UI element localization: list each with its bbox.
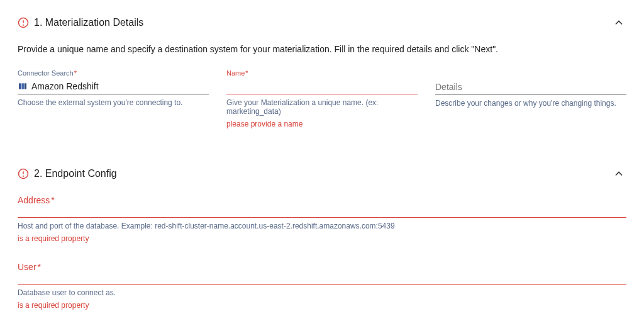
details-field: Describe your changes or why you're chan… [435,69,626,128]
name-input[interactable] [226,81,418,91]
required-asterisk: * [38,262,41,272]
svg-rect-5 [25,83,26,89]
section-materialization-details: 1. Materialization Details Provide a uni… [18,15,626,128]
name-input-wrap[interactable] [226,78,418,94]
section-title-2: 2. Endpoint Config [34,168,117,179]
user-error: is a required property [18,301,626,310]
connector-search-label: Connector Search* [18,69,209,77]
section-title-wrap-2: 2. Endpoint Config [18,168,117,179]
details-helper: Describe your changes or why you're chan… [435,99,626,108]
name-label-text: Name [226,69,245,77]
user-label-text: User [18,262,36,272]
alert-circle-icon [18,17,29,28]
section-endpoint-config: 2. Endpoint Config Address* Host and por… [18,166,626,316]
name-label: Name* [226,69,418,77]
connector-search-label-text: Connector Search [18,69,74,77]
details-input[interactable] [435,82,626,92]
svg-point-8 [23,176,24,176]
required-asterisk: * [245,69,248,77]
section-header-1[interactable]: 1. Materialization Details [18,15,626,30]
connector-search-field: Connector Search* Choose the external sy… [18,69,209,128]
chevron-up-icon [611,166,626,181]
connector-search-input[interactable] [31,81,209,91]
address-label: Address* [18,195,626,205]
details-label-spacer [435,69,626,77]
address-label-text: Address [18,195,50,205]
user-helper: Database user to connect as. [18,288,626,297]
name-error: please provide a name [226,120,418,128]
chevron-up-icon [611,15,626,30]
section-instructions: Provide a unique name and specify a dest… [18,44,626,54]
address-helper: Host and port of the database. Example: … [18,222,626,230]
amazon-redshift-icon [18,81,28,91]
address-input[interactable] [18,206,626,218]
name-field: Name* Give your Materialization a unique… [226,69,418,128]
address-error: is a required property [18,234,626,243]
connector-search-input-wrap[interactable] [18,78,209,94]
fields-row: Connector Search* Choose the external sy… [18,69,626,128]
section-title-1: 1. Materialization Details [34,17,143,28]
alert-circle-icon [18,168,29,179]
svg-rect-3 [19,83,21,89]
name-helper: Give your Materialization a unique name.… [226,98,418,116]
svg-rect-4 [22,83,25,89]
user-field: User* Database user to connect as. is a … [18,262,626,310]
address-field: Address* Host and port of the database. … [18,195,626,243]
required-asterisk: * [74,69,77,77]
user-input[interactable] [18,273,626,285]
connector-search-helper: Choose the external system you're connec… [18,98,209,107]
svg-point-2 [23,25,24,25]
section-header-2[interactable]: 2. Endpoint Config [18,166,626,181]
user-label: User* [18,262,626,272]
section-title-wrap-1: 1. Materialization Details [18,17,143,28]
required-asterisk: * [51,195,54,205]
details-input-wrap[interactable] [435,79,626,95]
